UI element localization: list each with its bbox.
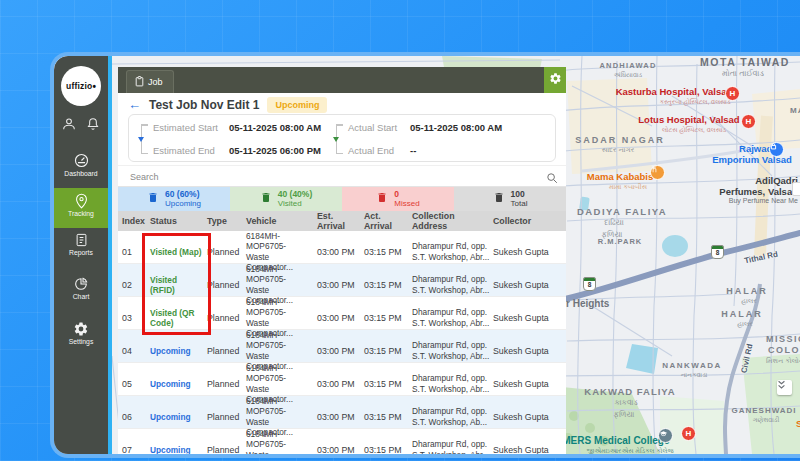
actual-start-label: Actual Start bbox=[348, 122, 410, 133]
chip-missed[interactable]: 0Missed bbox=[342, 187, 454, 211]
dashboard-icon bbox=[54, 152, 108, 169]
cell-est-arrival: 03:00 PM bbox=[317, 445, 364, 454]
map-area-heights: r Heights bbox=[566, 298, 609, 309]
table-row[interactable]: 02 Visited (RFID) Planned 6184MH-MOP6705… bbox=[118, 264, 566, 297]
back-arrow-icon[interactable]: ← bbox=[128, 98, 141, 111]
cell-index: 02 bbox=[122, 280, 150, 290]
tracking-pin-icon bbox=[54, 193, 108, 209]
status-link[interactable]: Upcoming bbox=[150, 346, 207, 356]
pie-chart-icon bbox=[54, 276, 108, 292]
search-input[interactable] bbox=[128, 168, 532, 186]
cell-act-arrival: 03:15 PM bbox=[364, 346, 412, 356]
app-window: ANDHIAWAD અંધિયાવાડ MOTA TAIWAD મોતા તાઈ… bbox=[50, 52, 800, 458]
search-icon[interactable] bbox=[546, 170, 558, 188]
hospital-marker-icon[interactable]: H bbox=[741, 114, 756, 129]
search-bar bbox=[118, 165, 566, 187]
actual-bracket-icon bbox=[336, 124, 344, 154]
status-link[interactable]: Visited (Map) bbox=[150, 247, 207, 257]
map-poi-gmers-college: GMERS Medical College bbox=[554, 435, 669, 446]
sidebar: uffizio• Dashboard Tracking bbox=[54, 56, 108, 454]
status-link[interactable]: Upcoming bbox=[150, 412, 207, 422]
cell-index: 04 bbox=[122, 346, 150, 356]
estimated-end-label: Estimated End bbox=[153, 145, 229, 156]
cell-vehicle: 6184MH-MOP6705-Waste Compactor... bbox=[246, 429, 317, 454]
user-icon[interactable] bbox=[61, 116, 77, 136]
cell-index: 07 bbox=[122, 445, 150, 454]
sidebar-item-reports[interactable]: Reports bbox=[54, 232, 108, 268]
sidebar-item-tracking[interactable]: Tracking bbox=[54, 188, 108, 228]
cell-address: Dharampur Rd, opp.S.T. Workshop, Ab... bbox=[412, 406, 493, 427]
table-row[interactable]: 04 Upcoming Planned 6184MH-MOP6705-Waste… bbox=[118, 330, 566, 363]
cell-act-arrival: 03:15 PM bbox=[364, 445, 412, 454]
gear-icon bbox=[54, 321, 108, 337]
app-logo[interactable]: uffizio• bbox=[61, 66, 101, 106]
actual-end-value: -- bbox=[410, 145, 416, 156]
sidebar-item-settings[interactable]: Settings bbox=[54, 321, 108, 357]
restaurant-marker-icon[interactable] bbox=[650, 165, 665, 180]
job-stops-table: 01 Visited (Map) Planned 6184MH-MOP6705-… bbox=[118, 231, 566, 454]
table-row[interactable]: 07 Upcoming Planned 6184MH-MOP6705-Waste… bbox=[118, 429, 566, 454]
map-poi-lotus-hospital: Lotus Hospital, Valsad bbox=[638, 114, 739, 125]
cell-collector: Sukesh Gupta bbox=[493, 445, 566, 454]
map-control-box[interactable] bbox=[792, 182, 800, 196]
cell-address: Dharampur Rd, opp.S.T. Workshop, Abr... bbox=[412, 340, 493, 361]
table-row[interactable]: 03 Visited (QR Code) Planned 6184MH-MOP6… bbox=[118, 297, 566, 330]
table-row[interactable]: 01 Visited (Map) Planned 6184MH-MOP6705-… bbox=[118, 231, 566, 264]
sidebar-item-dashboard[interactable]: Dashboard bbox=[54, 152, 108, 188]
panel-settings-button[interactable] bbox=[544, 67, 566, 93]
chip-upcoming[interactable]: 60 (60%)Upcoming bbox=[118, 187, 230, 211]
estimated-bracket-icon bbox=[141, 124, 149, 154]
status-link[interactable]: Upcoming bbox=[150, 379, 207, 389]
map-area-dadiya-faliya: DADIYA FALIYA bbox=[577, 206, 667, 217]
map-poi-kasturba-hospital: Kasturba Hospital, Valsad bbox=[616, 86, 733, 97]
cell-collector: Sukesh Gupta bbox=[493, 313, 566, 323]
map-area-sadar-nagar: SADAR NAGAR bbox=[575, 135, 665, 145]
map-area-nankwada: NANKWADA bbox=[662, 361, 722, 370]
hospital-marker-icon[interactable]: H bbox=[681, 426, 696, 441]
status-link[interactable]: Visited (RFID) bbox=[150, 275, 207, 295]
table-row[interactable]: 05 Upcoming Planned 6184MH-MOP6705-Waste… bbox=[118, 363, 566, 396]
bell-icon[interactable] bbox=[85, 116, 101, 136]
cell-type: Planned bbox=[207, 346, 246, 356]
column-header: Status bbox=[150, 216, 207, 226]
cell-est-arrival: 03:00 PM bbox=[317, 379, 364, 389]
cell-collector: Sukesh Gupta bbox=[493, 346, 566, 356]
job-status-badge: Upcoming bbox=[267, 97, 327, 113]
collapse-chevron-button[interactable] bbox=[777, 380, 792, 395]
chip-visited[interactable]: 40 (40%)Visited bbox=[230, 187, 342, 211]
cell-collector: Sukesh Gupta bbox=[493, 280, 566, 290]
column-header: Collector bbox=[493, 216, 566, 226]
cell-address: Dharampur Rd, opp.S.T. Workshop, Abr... bbox=[412, 241, 493, 262]
cell-address: Dharampur Rd, opp.S.T. Workshop, Abr... bbox=[412, 274, 493, 295]
college-marker-icon[interactable] bbox=[658, 428, 673, 443]
status-summary: 60 (60%)Upcoming 40 (40%)Visited 0Missed… bbox=[118, 187, 566, 211]
estimated-start-label: Estimated Start bbox=[153, 122, 229, 133]
map-poi-su-clipped: Su bbox=[796, 418, 800, 429]
status-link[interactable]: Upcoming bbox=[150, 445, 207, 454]
cell-type: Planned bbox=[207, 379, 246, 389]
cell-index: 03 bbox=[122, 313, 150, 323]
column-header: Index bbox=[122, 216, 150, 226]
map-area-kakwad-faliya: KAKWAD FALIYA bbox=[584, 386, 675, 397]
schedule-card: Estimated Start05-11-2025 08:00 AM Estim… bbox=[128, 114, 556, 162]
job-panel: Job ← Test Job Nov Edit 1 Upcoming bbox=[118, 67, 566, 454]
cell-est-arrival: 03:00 PM bbox=[317, 313, 364, 323]
desktop-background: ANDHIAWAD અંધિયાવાડ MOTA TAIWAD મોતા તાઈ… bbox=[0, 0, 800, 461]
map-area-halar-1: HALAR bbox=[726, 286, 768, 296]
cell-act-arrival: 03:15 PM bbox=[364, 379, 412, 389]
sidebar-item-chart[interactable]: Chart bbox=[54, 276, 108, 312]
cell-index: 06 bbox=[122, 412, 150, 422]
cell-address: Dharampur Rd, opp.S.T. Workshop, Abr... bbox=[412, 439, 493, 454]
cell-type: Planned bbox=[207, 247, 246, 257]
status-link[interactable]: Visited (QR Code) bbox=[150, 308, 207, 328]
column-header: Type bbox=[207, 216, 246, 226]
table-row[interactable]: 06 Upcoming Planned 6184MH-MOP6705-Waste… bbox=[118, 396, 566, 429]
hospital-marker-icon[interactable]: H bbox=[725, 86, 740, 101]
chip-total[interactable]: 100Total bbox=[454, 187, 566, 211]
actual-start-value: 05-11-2025 08:00 AM bbox=[410, 122, 502, 133]
cell-type: Planned bbox=[207, 313, 246, 323]
cell-index: 05 bbox=[122, 379, 150, 389]
shopping-marker-icon[interactable] bbox=[769, 142, 784, 157]
tab-job[interactable]: Job bbox=[126, 70, 174, 93]
cell-act-arrival: 03:15 PM bbox=[364, 412, 412, 422]
